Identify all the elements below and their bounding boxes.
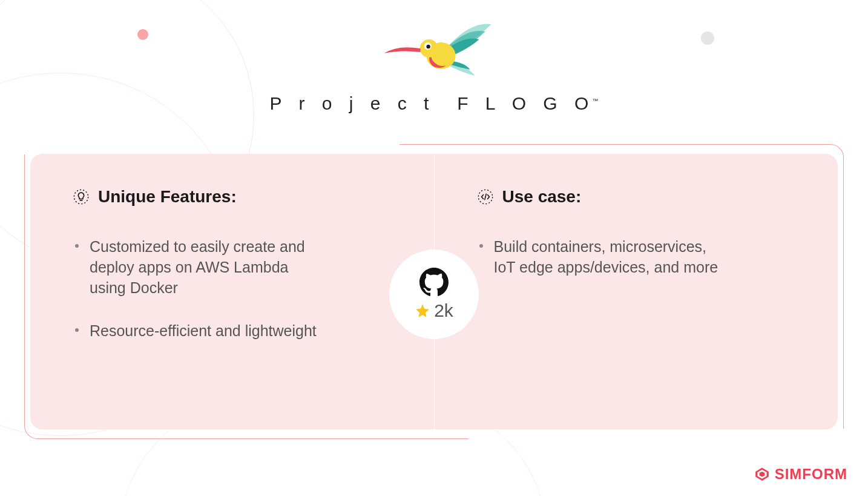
- svg-point-4: [74, 190, 88, 203]
- decorative-dot: [701, 31, 714, 45]
- list-item: Customized to easily create and deploy a…: [90, 237, 320, 298]
- lightbulb-gear-icon: [73, 188, 90, 205]
- brand-name: SIMFORM: [775, 466, 847, 483]
- info-card: Unique Features: Customized to easily cr…: [30, 154, 838, 429]
- product-name: P r o j e c t F L O G O™: [270, 93, 599, 114]
- list-item: Resource-efficient and lightweight: [90, 321, 320, 342]
- stars-row: 2k: [415, 300, 453, 321]
- github-stars-badge: 2k: [389, 250, 479, 339]
- features-panel: Unique Features: Customized to easily cr…: [30, 154, 434, 429]
- flogo-bird-icon: [373, 18, 495, 85]
- usecase-title: Use case:: [502, 187, 582, 207]
- github-icon: [419, 268, 449, 297]
- list-item: Build containers, microservices, IoT edg…: [494, 237, 724, 278]
- simform-brand: SIMFORM: [754, 466, 847, 483]
- product-logo-block: P r o j e c t F L O G O™: [270, 18, 599, 114]
- usecase-list: Build containers, microservices, IoT edg…: [477, 237, 796, 278]
- code-gear-icon: [477, 188, 494, 205]
- features-list: Customized to easily create and deploy a…: [73, 237, 392, 342]
- usecase-panel: Use case: Build containers, microservice…: [435, 154, 838, 429]
- svg-point-3: [427, 45, 430, 48]
- star-icon: [415, 303, 430, 319]
- features-title: Unique Features:: [98, 187, 237, 207]
- decorative-dot: [137, 29, 148, 40]
- github-stars-count: 2k: [434, 300, 453, 321]
- simform-logo-icon: [754, 466, 770, 482]
